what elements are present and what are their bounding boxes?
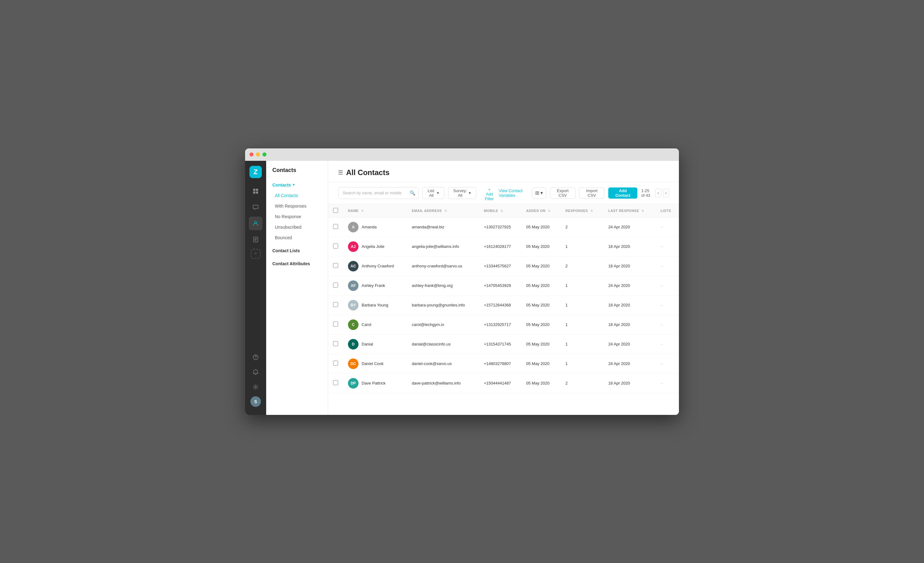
- nav-section-contacts: Contacts ▾ All Contacts With Responses N…: [266, 180, 328, 243]
- row-added-on-cell: 05 May 2020: [521, 373, 561, 393]
- grid-view-icon: ⊞: [535, 190, 539, 196]
- nav-item-unsubscribed-label: Unsubscribed: [275, 225, 302, 230]
- nav-item-contact-attributes[interactable]: Contact Attributes: [266, 258, 328, 269]
- search-icon: 🔍: [410, 190, 416, 196]
- nav-item-no-response[interactable]: No Response: [266, 211, 328, 222]
- row-name-cell[interactable]: AF Ashley Frank: [343, 276, 407, 295]
- import-csv-button[interactable]: Import CSV: [579, 188, 604, 199]
- nav-icon-grid[interactable]: [249, 185, 262, 198]
- contact-avatar: DC: [348, 359, 358, 369]
- prev-page-button[interactable]: ‹: [655, 189, 661, 197]
- nav-item-all-contacts-label: All Contacts: [275, 193, 298, 198]
- row-checkbox[interactable]: [333, 361, 338, 366]
- row-name-cell[interactable]: C Carol: [343, 315, 407, 334]
- row-name-cell[interactable]: D Danial: [343, 334, 407, 354]
- row-name-cell[interactable]: A Amanda: [343, 217, 407, 237]
- row-email-cell: danial@classicinfo.us: [407, 334, 479, 354]
- nav-icon-tasks[interactable]: [249, 233, 262, 246]
- row-checkbox[interactable]: [333, 224, 338, 229]
- view-contact-variables-link[interactable]: View Contact Variables: [499, 188, 528, 198]
- help-icon[interactable]: [249, 350, 262, 364]
- row-lists-cell: –: [656, 315, 679, 334]
- titlebar: [245, 149, 679, 161]
- col-header-added-on[interactable]: ADDED ON ⇅: [521, 204, 561, 218]
- col-header-responses[interactable]: RESPONSES ⇅: [561, 204, 603, 218]
- row-mobile-cell: +13154371745: [479, 334, 521, 354]
- row-lists-cell: –: [656, 295, 679, 315]
- nav-item-all-contacts[interactable]: All Contacts: [266, 190, 328, 201]
- export-csv-button[interactable]: Export CSV: [550, 188, 575, 199]
- contact-name: Dave Pattrick: [362, 381, 386, 386]
- list-filter-label: List: All: [428, 188, 435, 198]
- nav-icon-add[interactable]: +: [250, 249, 261, 259]
- row-checkbox[interactable]: [333, 282, 338, 288]
- select-all-checkbox[interactable]: [333, 208, 338, 213]
- list-filter-button[interactable]: List: All ▾: [422, 187, 444, 199]
- row-mobile-cell: +13132925717: [479, 315, 521, 334]
- table-row: AJ Angelia Jolie angelia-jolie@williams.…: [328, 237, 679, 256]
- contacts-table: NAME ⇅ EMAIL ADDRESS ⇅ MOBILE ⇅ ADDED ON…: [328, 204, 679, 393]
- nav-item-contact-lists[interactable]: Contact Lists: [266, 245, 328, 256]
- row-name-cell[interactable]: DP Dave Pattrick: [343, 373, 407, 393]
- row-email-cell: daniel-cook@sarvo.us: [407, 354, 479, 373]
- row-name-cell[interactable]: BY Barbara Young: [343, 295, 407, 315]
- row-responses-cell: 1: [561, 315, 603, 334]
- col-header-mobile[interactable]: MOBILE ⇅: [479, 204, 521, 218]
- notifications-icon[interactable]: [249, 365, 262, 379]
- view-toggle-button[interactable]: ⊞ ▾: [532, 188, 546, 199]
- row-checkbox-cell: [328, 295, 343, 315]
- contact-avatar: D: [348, 339, 358, 350]
- minimize-button[interactable]: [256, 152, 260, 156]
- nav-icon-chat[interactable]: [249, 200, 262, 214]
- row-added-on-cell: 05 May 2020: [521, 295, 561, 315]
- row-mobile-cell: +15044441487: [479, 373, 521, 393]
- maximize-button[interactable]: [262, 152, 267, 156]
- toolbar-right: View Contact Variables ⊞ ▾ Export CSV Im…: [499, 188, 669, 199]
- row-added-on-cell: 05 May 2020: [521, 315, 561, 334]
- col-header-email[interactable]: EMAIL ADDRESS ⇅: [407, 204, 479, 218]
- nav-item-contacts[interactable]: Contacts ▾: [266, 180, 328, 190]
- row-checkbox[interactable]: [333, 263, 338, 268]
- row-responses-cell: 1: [561, 354, 603, 373]
- icon-nav: +: [249, 185, 262, 350]
- contact-avatar: DP: [348, 378, 358, 389]
- add-contact-button[interactable]: Add Contact: [608, 188, 638, 199]
- table-row: C Carol carol@techgym.io +13132925717 05…: [328, 315, 679, 334]
- row-lists-cell: –: [656, 217, 679, 237]
- email-sort-icon: ⇅: [444, 209, 447, 213]
- row-added-on-cell: 05 May 2020: [521, 256, 561, 276]
- row-checkbox[interactable]: [333, 321, 338, 327]
- settings-icon[interactable]: [249, 380, 262, 394]
- table-row: A Amanda amanda@neal.biz +13027327925 05…: [328, 217, 679, 237]
- row-added-on-cell: 05 May 2020: [521, 217, 561, 237]
- row-responses-cell: 2: [561, 256, 603, 276]
- row-responses-cell: 1: [561, 276, 603, 295]
- row-checkbox[interactable]: [333, 341, 338, 346]
- nav-section-lists: Contact Lists Contact Attributes: [266, 243, 328, 269]
- nav-item-with-responses[interactable]: With Responses: [266, 201, 328, 211]
- row-checkbox[interactable]: [333, 380, 338, 385]
- row-checkbox[interactable]: [333, 302, 338, 307]
- close-button[interactable]: [249, 152, 254, 156]
- user-avatar[interactable]: S: [250, 396, 261, 407]
- row-checkbox[interactable]: [333, 243, 338, 249]
- row-email-cell: barbara-young@gnunites.info: [407, 295, 479, 315]
- icon-sidebar: Z: [245, 161, 266, 415]
- row-name-cell[interactable]: DC Daniel Cook: [343, 354, 407, 373]
- search-input[interactable]: [338, 187, 418, 199]
- nav-icon-contacts[interactable]: [249, 216, 262, 230]
- col-header-last-response[interactable]: LAST RESPONSE ⇅: [603, 204, 656, 218]
- next-page-button[interactable]: ›: [663, 189, 669, 197]
- app-logo[interactable]: Z: [249, 166, 262, 178]
- add-filter-button[interactable]: + Add Filter: [480, 187, 499, 199]
- col-header-name[interactable]: NAME ⇅: [343, 204, 407, 218]
- row-checkbox-cell: [328, 354, 343, 373]
- nav-item-unsubscribed[interactable]: Unsubscribed: [266, 222, 328, 233]
- survey-filter-button[interactable]: Survey: All ▾: [448, 187, 476, 199]
- row-name-cell[interactable]: AJ Angelia Jolie: [343, 237, 407, 256]
- nav-item-bounced[interactable]: Bounced: [266, 233, 328, 243]
- contact-name: Barbara Young: [362, 303, 388, 307]
- contact-name: Angelia Jolie: [362, 244, 384, 249]
- svg-point-8: [255, 386, 256, 387]
- row-name-cell[interactable]: AC Anthony Crawford: [343, 256, 407, 276]
